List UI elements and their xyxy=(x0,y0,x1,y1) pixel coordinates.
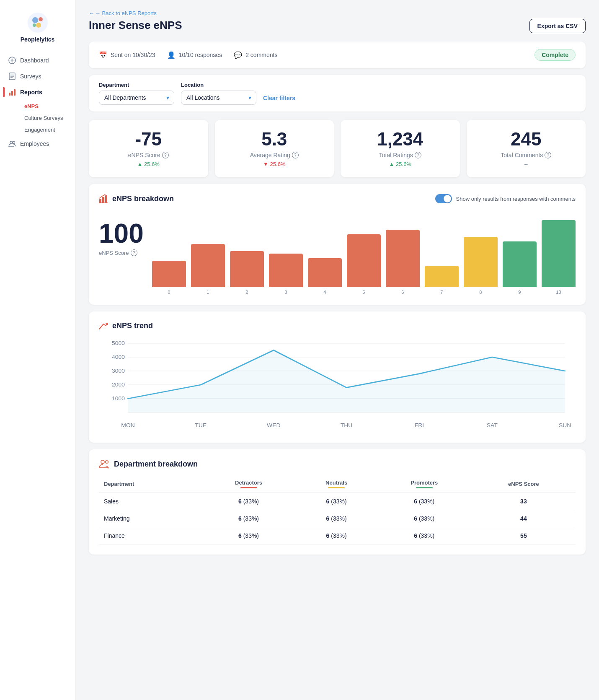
breakdown-title-text: eNPS breakdown xyxy=(112,194,174,203)
enps-score-display: 100 eNPS Score ? xyxy=(99,212,144,256)
enps-breakdown-help-icon[interactable]: ? xyxy=(131,249,137,256)
trend-chart-icon xyxy=(99,322,108,330)
bar-2 xyxy=(230,251,264,287)
col-detractors-header: Detractors xyxy=(201,475,296,493)
comments-text: 2 comments xyxy=(245,52,277,58)
bar-label-3: 3 xyxy=(269,290,303,295)
people-icon xyxy=(8,140,16,148)
svg-text:SUN: SUN xyxy=(559,423,571,428)
bars-labels: 012345678910 xyxy=(152,287,576,295)
enps-help-icon[interactable]: ? xyxy=(162,152,169,158)
enps-score-value: 44 xyxy=(472,510,576,527)
dept-name: Finance xyxy=(99,527,201,544)
bar-3 xyxy=(269,254,303,287)
sidebar-item-culture[interactable]: Culture Surveys xyxy=(19,112,72,124)
bar-label-7: 7 xyxy=(425,290,459,295)
summary-meta: 📅 Sent on 10/30/23 👤 10/10 responses 💬 2… xyxy=(99,51,277,59)
total-comments-label: Total Comments ? xyxy=(475,152,578,158)
promoters-value: 6 (33%) xyxy=(377,527,472,544)
bar-label-4: 4 xyxy=(308,290,342,295)
breakdown-title: eNPS breakdown xyxy=(99,194,174,203)
clear-filters-button[interactable]: Clear filters xyxy=(263,91,295,105)
col-promoters-header: Promoters xyxy=(377,475,472,493)
detractors-indicator xyxy=(240,487,257,488)
location-filter-label: Location xyxy=(181,82,256,88)
bar-1 xyxy=(191,244,225,287)
total-ratings-help-icon[interactable]: ? xyxy=(415,152,421,158)
breakdown-chart-icon xyxy=(99,194,108,203)
bar-label-8: 8 xyxy=(464,290,498,295)
calendar-icon: 📅 xyxy=(99,51,107,59)
svg-point-0 xyxy=(28,13,48,33)
promoters-indicator xyxy=(416,487,433,488)
bar-col-5 xyxy=(347,234,381,287)
svg-text:WED: WED xyxy=(267,423,280,428)
responses-text: 10/10 responses xyxy=(179,52,222,58)
bar-label-0: 0 xyxy=(152,290,186,295)
bar-5 xyxy=(347,234,381,287)
sidebar-item-employees-label: Employees xyxy=(20,140,49,147)
bar-8 xyxy=(464,237,498,287)
toggle-label: Show only results from responses with co… xyxy=(456,196,576,202)
bar-label-6: 6 xyxy=(386,290,420,295)
chart-icon xyxy=(8,88,16,96)
sidebar-item-reports[interactable]: Reports xyxy=(3,85,72,100)
total-comments-value: 245 xyxy=(475,130,578,148)
svg-text:4000: 4000 xyxy=(112,354,125,360)
sidebar-item-surveys[interactable]: Surveys xyxy=(3,69,72,84)
sidebar-item-dashboard[interactable]: Dashboard xyxy=(3,53,72,68)
bar-col-2 xyxy=(230,251,264,287)
sidebar-navigation: Dashboard Surveys Reports eNPS xyxy=(0,53,75,151)
bar-label-10: 10 xyxy=(542,290,576,295)
svg-text:TUE: TUE xyxy=(195,423,207,428)
sent-date-text: Sent on 10/30/23 xyxy=(111,52,155,58)
enps-score-value: -75 xyxy=(97,130,200,148)
main-content: ← ← Back to eNPS Reports Inner Sense eNP… xyxy=(75,0,599,700)
bar-label-9: 9 xyxy=(503,290,537,295)
back-link[interactable]: ← ← Back to eNPS Reports xyxy=(89,10,586,16)
reports-submenu: eNPS Culture Surveys Engagement xyxy=(3,101,72,135)
avg-rating-help-icon[interactable]: ? xyxy=(292,152,299,158)
table-row: Finance 6 (33%) 6 (33%) 6 (33%) 55 xyxy=(99,527,576,544)
dept-table-head: Department Detractors Neutrals xyxy=(99,475,576,493)
svg-text:1000: 1000 xyxy=(112,396,125,402)
sent-date-item: 📅 Sent on 10/30/23 xyxy=(99,51,155,59)
sidebar-item-culture-label: Culture Surveys xyxy=(24,115,63,121)
trend-title: eNPS trend xyxy=(99,321,153,330)
enps-trend-card: eNPS trend 50004000300020001000MONTUEWED… xyxy=(89,311,586,443)
bar-label-2: 2 xyxy=(230,290,264,295)
enps-label: eNPS Score ? xyxy=(99,249,137,256)
responses-item: 👤 10/10 responses xyxy=(167,51,222,59)
neutrals-value: 6 (33%) xyxy=(296,527,377,544)
department-filter-group: Department All Departments Sales Marketi… xyxy=(99,82,174,105)
svg-rect-14 xyxy=(11,91,13,96)
bar-col-0 xyxy=(152,261,186,287)
stat-card-avg-rating: 5.3 Average Rating ? ▼ 25.6% xyxy=(215,120,334,177)
svg-point-43 xyxy=(106,461,108,463)
sidebar: Peoplelytics Dashboard Surveys xyxy=(0,0,75,700)
bar-10 xyxy=(542,220,576,287)
svg-point-17 xyxy=(13,142,15,144)
svg-text:FRI: FRI xyxy=(415,423,424,428)
sidebar-item-employees[interactable]: Employees xyxy=(3,136,72,151)
sidebar-item-enps[interactable]: eNPS xyxy=(19,101,72,112)
table-row: Sales 6 (33%) 6 (33%) 6 (33%) 33 xyxy=(99,493,576,510)
enps-big-number: 100 xyxy=(99,220,144,247)
total-comments-help-icon[interactable]: ? xyxy=(545,152,551,158)
location-select[interactable]: All Locations New York London xyxy=(181,91,256,105)
neutrals-indicator xyxy=(328,487,345,488)
stat-card-enps: -75 eNPS Score ? ▲ 25.6% xyxy=(89,120,208,177)
sidebar-item-engagement[interactable]: Engagement xyxy=(19,124,72,135)
bars-inner xyxy=(152,212,576,287)
comment-icon: 💬 xyxy=(234,51,242,59)
status-badge: Complete xyxy=(534,49,576,61)
export-csv-button[interactable]: Export as CSV xyxy=(529,19,586,33)
comments-toggle[interactable] xyxy=(435,194,452,203)
sidebar-item-engagement-label: Engagement xyxy=(24,127,55,133)
bar-chart-area: 100 eNPS Score ? 012345678910 xyxy=(99,212,576,295)
enps-change: ▲ 25.6% xyxy=(97,161,200,167)
dept-name: Marketing xyxy=(99,510,201,527)
department-select[interactable]: All Departments Sales Marketing Finance xyxy=(99,91,174,105)
trend-header: eNPS trend xyxy=(99,321,576,330)
bar-label-1: 1 xyxy=(191,290,225,295)
